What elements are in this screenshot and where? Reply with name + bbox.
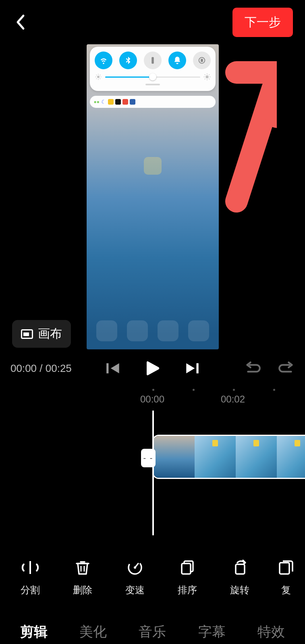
- trash-icon: [74, 559, 91, 576]
- tab-subtitle[interactable]: 字幕: [196, 619, 228, 644]
- tool-label: 分割: [21, 584, 40, 597]
- tool-label: 变速: [125, 584, 145, 597]
- sort-icon: [178, 559, 196, 576]
- tab-effect[interactable]: 特效: [255, 619, 287, 644]
- tool-sort[interactable]: 排序: [161, 559, 214, 597]
- tool-label: 复: [281, 584, 291, 597]
- tool-delete[interactable]: 删除: [56, 559, 109, 597]
- tab-beauty[interactable]: 美化: [77, 619, 109, 644]
- prev-frame-button[interactable]: [105, 360, 122, 377]
- svg-rect-32: [280, 563, 289, 574]
- time-display: 00:00 / 00:25: [10, 362, 72, 375]
- next-button[interactable]: 下一步: [232, 8, 293, 37]
- svg-rect-0: [151, 57, 154, 64]
- tab-edit[interactable]: 剪辑: [18, 619, 50, 644]
- brightness-low-icon: [95, 73, 102, 80]
- svg-point-12: [205, 75, 209, 78]
- trim-handle-left[interactable]: - -: [141, 449, 156, 467]
- split-icon: [21, 559, 39, 576]
- svg-point-3: [97, 76, 100, 78]
- timeline[interactable]: 00:00 00:02 - -: [0, 386, 305, 543]
- tab-music[interactable]: 音乐: [136, 619, 168, 644]
- canvas-label: 画布: [38, 326, 62, 342]
- svg-line-17: [205, 74, 205, 75]
- bluetooth-icon: [119, 52, 137, 69]
- svg-line-20: [209, 74, 210, 75]
- play-button[interactable]: [143, 358, 163, 378]
- back-button[interactable]: [12, 14, 28, 30]
- tool-label: 排序: [178, 584, 197, 597]
- wifi-icon: [95, 52, 112, 69]
- brightness-slider: [105, 76, 200, 78]
- timeline-mark: 00:00: [140, 394, 164, 405]
- home-app-icon: [144, 157, 162, 175]
- redo-button[interactable]: [278, 360, 295, 377]
- tool-speed[interactable]: 变速: [109, 559, 161, 597]
- svg-line-10: [96, 78, 97, 79]
- video-preview[interactable]: ●● ☾ 画布: [0, 44, 305, 350]
- svg-rect-31: [236, 564, 245, 574]
- tool-label: 删除: [73, 584, 92, 597]
- undo-button[interactable]: [245, 360, 261, 377]
- bell-icon: [168, 52, 186, 69]
- video-frame: ●● ☾: [87, 44, 219, 349]
- playhead[interactable]: [152, 411, 154, 535]
- svg-line-18: [209, 79, 210, 80]
- notification-bar: ●● ☾: [90, 96, 216, 108]
- svg-line-19: [205, 79, 205, 80]
- brightness-high-icon: [203, 73, 211, 80]
- svg-rect-2: [201, 59, 203, 62]
- canvas-icon: [21, 329, 33, 339]
- svg-rect-23: [29, 561, 31, 574]
- svg-line-9: [100, 78, 100, 79]
- flashlight-icon: [144, 52, 162, 69]
- svg-point-28: [134, 566, 136, 569]
- rotate-icon: [231, 559, 249, 576]
- canvas-button[interactable]: 画布: [12, 320, 71, 348]
- tool-copy[interactable]: 复: [266, 559, 305, 597]
- tool-label: 旋转: [230, 584, 249, 597]
- speed-icon: [126, 559, 144, 576]
- tool-split[interactable]: 分割: [4, 559, 56, 597]
- tool-rotate[interactable]: 旋转: [214, 559, 266, 597]
- svg-rect-21: [106, 363, 108, 373]
- svg-line-8: [96, 75, 97, 76]
- svg-line-11: [100, 75, 100, 76]
- copy-icon: [277, 559, 295, 576]
- video-clip[interactable]: [152, 435, 305, 479]
- timeline-mark: 00:02: [221, 394, 245, 405]
- control-center-panel: [90, 47, 216, 91]
- dock: [87, 320, 219, 341]
- svg-rect-30: [182, 564, 191, 574]
- next-frame-button[interactable]: [184, 360, 201, 377]
- rotate-lock-icon: [193, 52, 211, 69]
- svg-rect-22: [196, 363, 198, 373]
